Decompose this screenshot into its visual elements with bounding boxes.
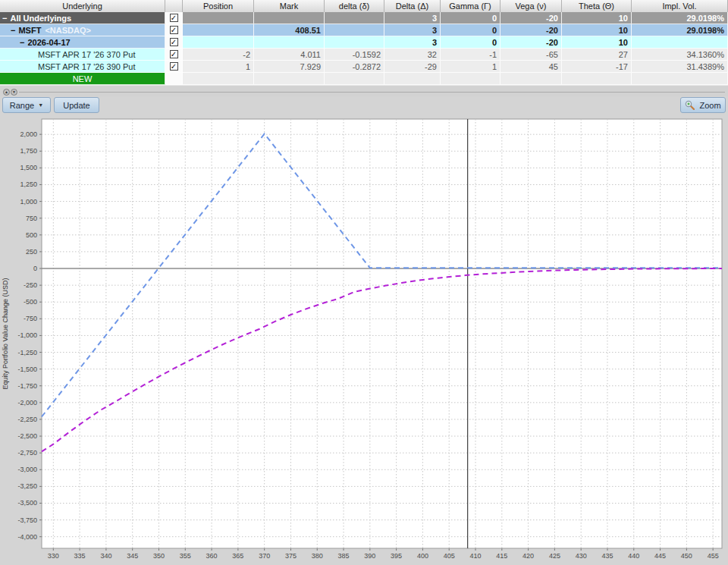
row-checkbox[interactable]: ✓ [170,50,178,58]
tree-collapse-toggle[interactable]: − [2,14,7,23]
row-checkbox[interactable]: ✓ [170,26,178,34]
cell-position: -2 [183,49,254,61]
cell-theta: 10 [562,24,632,36]
x-tick-label: 405 [444,552,455,560]
x-tick-label: 385 [338,552,350,560]
row-checkbox[interactable]: ✓ [170,38,178,46]
cell-gamma: 1 [441,61,500,73]
x-tick-label: 450 [681,552,692,560]
y-tick-label: 750 [26,215,37,222]
plot-area[interactable] [42,119,722,548]
update-button-label: Update [63,101,89,110]
y-tick-label: -1,500 [17,366,37,373]
y-tick-label: -1,750 [17,382,37,390]
cell-gamma: 0 [441,12,500,24]
cell-mark [254,12,325,24]
row-checkbox-cell [165,73,183,85]
x-tick-label: 420 [522,552,534,560]
cell-delta: 3 [384,24,441,36]
x-tick-label: 370 [259,552,270,560]
row-label-text: MSFT [18,26,41,35]
row-label[interactable]: −MSFT<NASDAQ> [0,24,165,36]
x-tick-label: 345 [127,552,138,560]
cell-mark: 408.51 [254,24,325,36]
row-label-text: 2026-04-17 [27,38,70,47]
cell-impl_vol [632,73,728,85]
column-header-Gamma (Γ)[interactable]: Gamma (Γ) [441,0,500,13]
x-tick-label: 455 [708,552,719,560]
splitter-collapse-down-icon[interactable]: ▼ [11,89,17,96]
column-header-Underlying[interactable]: Underlying [0,0,165,13]
x-tick-label: 375 [285,552,297,560]
cell-mark: 4.011 [254,49,325,61]
row-checkbox[interactable]: ✓ [170,62,178,71]
row-label-text: MSFT APR 17 '26 390 Put [38,62,135,71]
exchange-tag: <NASDAQ> [45,26,91,35]
cell-vega: -20 [500,24,562,36]
row-checkbox-cell: ✓ [165,49,183,61]
y-tick-label: -2,500 [17,432,37,440]
x-tick-label: 365 [232,552,243,560]
x-tick-label: 350 [153,552,165,560]
row-checkbox[interactable]: ✓ [170,14,178,22]
row-label[interactable]: −All Underlyings [0,12,165,24]
y-tick-label: -3,250 [17,482,37,490]
y-tick-label: -750 [24,315,37,322]
column-header-Theta (Θ)[interactable]: Theta (Θ) [562,0,632,13]
y-tick-label: 500 [26,231,37,239]
cell-theta: 10 [562,12,632,24]
cell-impl_vol: 29.0198% [632,12,728,24]
update-button[interactable]: Update [54,97,99,113]
column-header-Delta (Δ)[interactable]: Delta (Δ) [384,0,441,13]
cell-mark [254,36,325,49]
x-tick-label: 425 [549,552,560,560]
cell-gamma: 0 [441,24,500,36]
column-header-checkbox[interactable] [165,0,183,13]
column-header-Position[interactable]: Position [183,0,254,13]
splitter-collapse-up-icon[interactable]: ▲ [3,89,10,96]
x-tick-label: 395 [391,552,402,560]
row-label[interactable]: NEW [0,73,165,85]
zoom-button-label: Zoom [699,101,720,110]
cell-vega [500,73,562,85]
pane-splitter[interactable]: ▲ ▼ [0,86,728,96]
row-checkbox-cell: ✓ [165,12,183,24]
y-tick-label: -3,500 [17,499,37,507]
y-tick-label: 250 [26,248,37,256]
column-header-Impl. Vol.[interactable]: Impl. Vol. [632,0,728,13]
row-label[interactable]: MSFT APR 17 '26 370 Put [0,49,165,61]
zoom-button[interactable]: Zoom [680,97,726,113]
column-header-Vega (ν)[interactable]: Vega (ν) [500,0,562,13]
cell-impl_vol: 29.0198% [632,24,728,36]
y-tick-label: -2,000 [17,399,37,406]
y-tick-label: 1,250 [20,180,37,188]
row-label[interactable]: −2026-04-17 [0,36,165,49]
cell-gamma [441,73,500,85]
x-tick-label: 340 [100,552,111,560]
cell-delta_small [325,73,384,85]
pnl-chart[interactable]: 3303353403453503553603653703753803853903… [0,115,728,565]
tree-collapse-toggle[interactable]: − [20,38,24,47]
cell-delta: 3 [384,12,441,24]
cell-delta_small [325,12,384,24]
x-tick-label: 330 [48,552,59,560]
column-header-Mark[interactable]: Mark [254,0,325,13]
tree-collapse-toggle[interactable]: − [11,26,15,35]
row-label[interactable]: MSFT APR 17 '26 390 Put [0,61,165,73]
x-tick-label: 400 [417,552,428,560]
positions-table: UnderlyingPositionMarkdelta (δ)Delta (Δ)… [0,0,728,86]
y-tick-label: -2,750 [17,449,37,457]
x-tick-label: 360 [206,552,218,560]
cell-delta_small [325,24,384,36]
column-header-delta (δ)[interactable]: delta (δ) [325,0,384,13]
cell-position [183,36,254,49]
x-tick-label: 380 [312,552,323,560]
y-tick-label: -250 [24,281,37,289]
row-label-text: MSFT APR 17 '26 370 Put [38,50,135,59]
range-dropdown-button[interactable]: Range ▼ [2,97,51,113]
row-checkbox-cell: ✓ [165,24,183,36]
x-tick-label: 335 [74,552,86,560]
cell-delta: 3 [384,36,441,49]
cell-gamma: 0 [441,36,500,49]
chevron-down-icon: ▼ [38,102,43,108]
